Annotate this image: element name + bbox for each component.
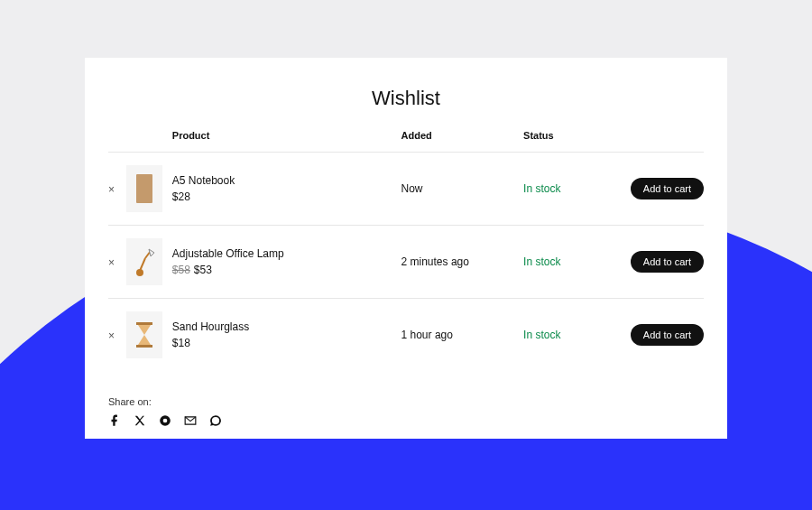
svg-point-7 — [163, 419, 168, 423]
facebook-icon[interactable] — [108, 414, 121, 427]
product-price: $28 — [172, 190, 401, 203]
added-time: 1 hour ago — [401, 299, 524, 372]
product-thumbnail[interactable] — [126, 165, 162, 212]
wishlist-table: Product Added Status ×A5 Notebook$28NowI… — [108, 130, 704, 371]
add-to-cart-button[interactable]: Add to cart — [631, 251, 704, 273]
email-icon[interactable] — [184, 414, 197, 427]
added-time: Now — [401, 153, 524, 226]
svg-rect-5 — [136, 345, 152, 348]
status-badge: In stock — [523, 226, 631, 299]
col-added: Added — [401, 130, 524, 153]
status-badge: In stock — [523, 299, 631, 372]
add-to-cart-button[interactable]: Add to cart — [631, 178, 704, 199]
table-row: ×A5 Notebook$28NowIn stockAdd to cart — [108, 153, 704, 226]
table-row: ×Sand Hourglass$181 hour agoIn stockAdd … — [108, 299, 704, 372]
product-name[interactable]: Sand Hourglass — [172, 320, 401, 333]
share-section: Share on: — [108, 396, 704, 427]
svg-rect-0 — [136, 174, 152, 203]
pinterest-icon[interactable] — [159, 414, 171, 427]
product-thumbnail[interactable] — [126, 238, 162, 285]
remove-button[interactable]: × — [108, 183, 115, 196]
col-status: Status — [523, 130, 631, 153]
add-to-cart-button[interactable]: Add to cart — [631, 324, 704, 346]
added-time: 2 minutes ago — [401, 226, 524, 299]
page-title: Wishlist — [108, 87, 704, 110]
whatsapp-icon[interactable] — [209, 414, 222, 427]
remove-button[interactable]: × — [108, 256, 115, 269]
share-label: Share on: — [108, 396, 704, 407]
x-icon[interactable] — [134, 414, 146, 427]
col-product: Product — [172, 130, 401, 153]
product-price: $58$53 — [172, 264, 401, 276]
product-price: $18 — [172, 337, 401, 349]
wishlist-card: Wishlist Product Added Status ×A5 Notebo… — [85, 58, 727, 439]
table-row: ×Adjustable Office Lamp$58$532 minutes a… — [108, 226, 704, 299]
svg-line-2 — [140, 258, 145, 271]
remove-button[interactable]: × — [108, 329, 115, 342]
product-thumbnail[interactable] — [126, 311, 162, 358]
product-name[interactable]: Adjustable Office Lamp — [172, 247, 401, 260]
product-name[interactable]: A5 Notebook — [172, 174, 401, 187]
status-badge: In stock — [523, 153, 631, 226]
svg-rect-4 — [136, 322, 152, 325]
